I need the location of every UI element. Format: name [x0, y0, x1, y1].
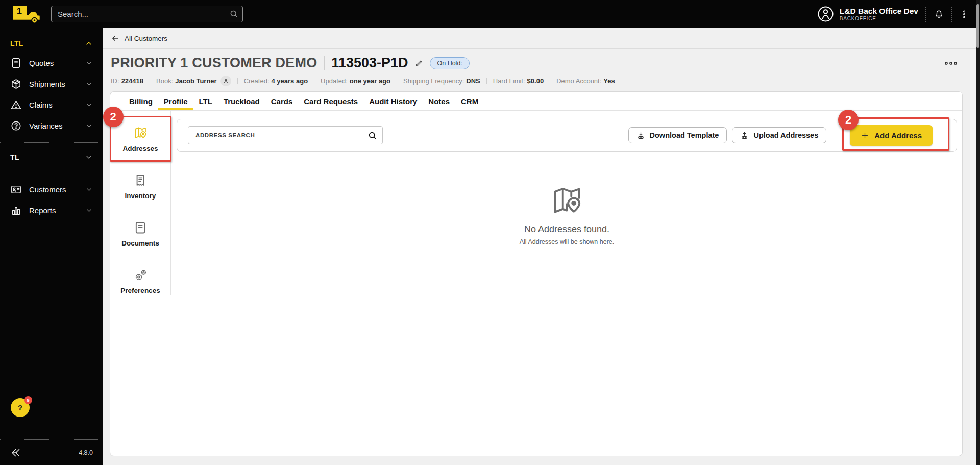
sidebar-group-ltl[interactable]: LTL: [0, 35, 103, 53]
sidebar-divider: [0, 173, 103, 173]
subnav-item-label: Documents: [121, 239, 159, 247]
chevron-down-icon: [85, 59, 93, 67]
address-search: [188, 126, 383, 144]
help-notification-badge: 9: [24, 396, 32, 404]
account-number: 113503-P1D: [331, 55, 408, 71]
map-pin-icon: [133, 126, 148, 140]
back-link[interactable]: All Customers: [125, 35, 167, 42]
scrollbar-thumb[interactable]: [976, 4, 979, 48]
customer-meta-row: ID: 224418 Book: Jacob Turner Created: 4…: [111, 76, 965, 86]
title-divider: [324, 56, 325, 70]
document-icon: [133, 221, 148, 235]
add-address-button[interactable]: Add Address: [850, 125, 933, 146]
sidebar-item-claims[interactable]: Claims: [0, 94, 103, 115]
tab-billing[interactable]: Billing: [124, 92, 158, 110]
meta-value: Yes: [603, 77, 615, 85]
sidebar-item-customers[interactable]: Customers: [0, 179, 103, 200]
edit-pencil-icon[interactable]: [415, 59, 424, 67]
address-search-input[interactable]: [188, 127, 382, 144]
search-icon[interactable]: [368, 131, 377, 140]
meta-separator: [550, 78, 550, 84]
sidebar-divider: [0, 142, 103, 143]
book-owner-avatar[interactable]: [220, 76, 231, 86]
more-options-icon[interactable]: [944, 60, 958, 66]
meta-separator: [397, 78, 397, 84]
user-avatar-icon[interactable]: [817, 5, 835, 23]
help-question-mark: ?: [18, 403, 22, 412]
customer-detail-card: Billing Profile LTL Truckload Cards Card…: [110, 91, 963, 456]
tab-notes[interactable]: Notes: [423, 92, 455, 110]
empty-state-subtitle: All Addresses will be shown here.: [520, 238, 615, 246]
sidebar: LTL Quotes Shipments Claims: [0, 28, 103, 465]
topbar-divider: [951, 7, 952, 22]
meta-separator: [150, 78, 150, 84]
search-icon: [229, 9, 238, 18]
meta-label: Updated:: [321, 77, 348, 85]
collapse-sidebar-icon[interactable]: [10, 447, 22, 459]
subnav-item-documents[interactable]: Documents: [115, 214, 166, 254]
meta-label: Hard Limit:: [493, 77, 525, 85]
tab-crm[interactable]: CRM: [455, 92, 484, 110]
subnav-item-inventory[interactable]: Inventory: [115, 166, 166, 207]
global-search: [51, 6, 243, 22]
scrollbar: [976, 0, 980, 465]
tab-cards[interactable]: Cards: [265, 92, 299, 110]
chevron-down-icon: [85, 122, 93, 130]
tab-audit-history[interactable]: Audit History: [363, 92, 423, 110]
upload-addresses-button[interactable]: Upload Addresses: [732, 127, 826, 143]
app-version: 4.8.0: [79, 449, 93, 456]
subnav-item-label: Inventory: [125, 192, 156, 200]
page-title: PRIORITY 1 CUSTOMER DEMO: [111, 55, 317, 71]
document-icon: [10, 57, 22, 69]
notifications-bell-icon[interactable]: [934, 9, 944, 19]
chevron-down-icon: [85, 207, 93, 214]
user-info[interactable]: L&D Back Office Dev BACKOFFICE: [840, 7, 918, 21]
global-search-input[interactable]: [51, 6, 243, 22]
plus-icon: [861, 131, 869, 140]
tab-ltl[interactable]: LTL: [193, 92, 218, 110]
sidebar-item-quotes[interactable]: Quotes: [0, 53, 103, 74]
chevron-down-icon: [85, 153, 93, 161]
kebab-menu-icon[interactable]: [960, 9, 969, 20]
sidebar-group-tl[interactable]: TL: [0, 149, 103, 166]
map-pin-icon: [550, 183, 584, 217]
package-icon: [10, 78, 22, 90]
sidebar-item-variances[interactable]: Variances: [0, 115, 103, 136]
id-badge-icon: [10, 184, 22, 195]
sidebar-item-shipments[interactable]: Shipments: [0, 74, 103, 94]
upload-addresses-label: Upload Addresses: [753, 131, 818, 139]
svg-text:1: 1: [17, 5, 22, 16]
person-icon: [223, 78, 229, 84]
profile-subnav: 2 Addresses Inventory: [110, 111, 171, 295]
tab-card-requests[interactable]: Card Requests: [298, 92, 363, 110]
meta-label: ID:: [111, 77, 119, 85]
meta-separator: [237, 78, 238, 84]
tab-profile[interactable]: Profile: [158, 92, 193, 110]
subnav-item-label: Addresses: [122, 144, 158, 152]
back-arrow-icon[interactable]: [111, 34, 120, 43]
meta-label: Shipping Frequency:: [403, 77, 464, 85]
meta-value: DNS: [466, 77, 480, 85]
sidebar-group-label: LTL: [10, 39, 23, 47]
topbar-divider: [925, 7, 926, 22]
meta-value: Jacob Turner: [175, 77, 216, 85]
status-badge: On Hold:: [430, 57, 469, 69]
sidebar-item-label: Claims: [29, 101, 53, 109]
download-template-button[interactable]: Download Template: [628, 127, 727, 143]
subnav-item-label: Preferences: [120, 287, 160, 295]
subnav-item-addresses[interactable]: 2 Addresses: [115, 119, 166, 159]
tab-truckload[interactable]: Truckload: [218, 92, 265, 110]
sidebar-item-reports[interactable]: Reports: [0, 200, 103, 221]
question-circle-icon: [10, 120, 22, 132]
warning-triangle-icon: [10, 99, 22, 111]
meta-value: $0.00: [527, 77, 544, 85]
addresses-panel: Download Template Upload Addresses 2: [171, 111, 962, 456]
chevron-down-icon: [85, 186, 93, 193]
empty-state-title: No Addresses found.: [524, 224, 609, 235]
brand-truck-logo-icon[interactable]: 1: [11, 4, 43, 25]
help-button[interactable]: ? 9: [11, 398, 30, 417]
subnav-item-preferences[interactable]: Preferences: [115, 261, 166, 302]
chevron-up-icon: [85, 39, 93, 47]
meta-value: one year ago: [350, 77, 390, 85]
meta-value: 224418: [121, 77, 143, 85]
